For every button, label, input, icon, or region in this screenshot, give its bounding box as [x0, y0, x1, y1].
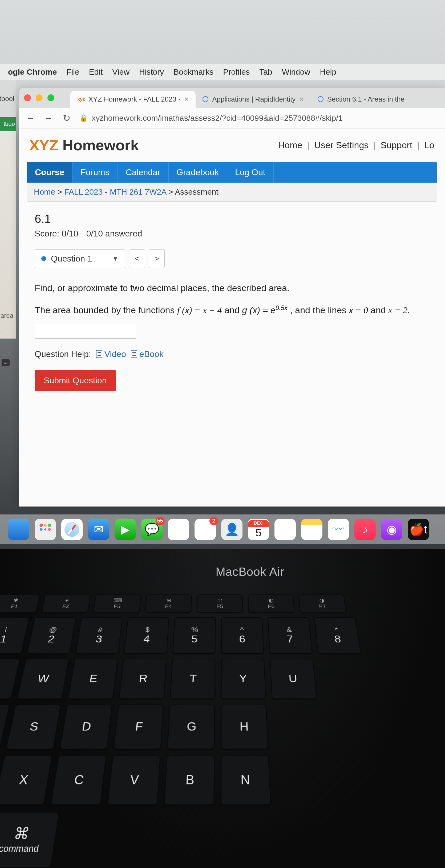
- dock-reminders-icon[interactable]: ☰: [275, 519, 296, 540]
- reload-button[interactable]: ↻: [61, 113, 72, 123]
- key-fn[interactable]: ◑F7: [298, 594, 346, 613]
- address-bar[interactable]: 🔒 xyzhomework.com/imathas/assess2/?cid=4…: [80, 114, 439, 123]
- key-8[interactable]: *8: [314, 617, 361, 654]
- browser-tab[interactable]: Applications | RapidIdentity ×: [196, 91, 311, 108]
- key-3[interactable]: #3: [75, 617, 123, 654]
- key-d[interactable]: D: [60, 705, 113, 749]
- next-question-button[interactable]: >: [149, 249, 165, 268]
- key-f[interactable]: F: [114, 705, 164, 749]
- forward-button[interactable]: →: [43, 113, 54, 123]
- menubar-item[interactable]: Edit: [89, 67, 103, 76]
- window-zoom-button[interactable]: [47, 94, 54, 101]
- key-1[interactable]: !1: [0, 617, 30, 654]
- tab-close-icon[interactable]: ×: [184, 95, 189, 103]
- key-fn[interactable]: ☀F2: [41, 594, 91, 613]
- badge: 55: [156, 517, 165, 525]
- question-select[interactable]: Question 1 ▼: [35, 249, 125, 268]
- dock-safari-icon[interactable]: [61, 519, 83, 540]
- key-fn[interactable]: ⊞F4: [145, 594, 192, 613]
- breadcrumb-home[interactable]: Home: [34, 187, 55, 196]
- nav-gradebook[interactable]: Gradebook: [169, 162, 227, 183]
- key-y[interactable]: Y: [221, 659, 266, 699]
- background-window-fragment: ktbool: [0, 80, 16, 117]
- dock-finder-icon[interactable]: [8, 519, 29, 540]
- nav-logout[interactable]: Log Out: [227, 162, 274, 183]
- nav-forums[interactable]: Forums: [72, 162, 118, 183]
- key-s[interactable]: S: [6, 705, 61, 749]
- dock-messages-icon[interactable]: 💬55: [141, 519, 163, 540]
- key-w[interactable]: W: [17, 659, 69, 699]
- menubar-app-name: ogle Chrome: [8, 67, 57, 76]
- menubar-item[interactable]: Window: [282, 67, 311, 76]
- key-x[interactable]: X: [0, 755, 52, 805]
- calendar-day: 5: [256, 527, 261, 539]
- keyboard: ✱F1 ☀F2 ⌨F3 ⊞F4 :::F5 ◐F6 ◑F7 !1 @2 #3 $…: [0, 594, 445, 868]
- submit-button[interactable]: Submit Question: [35, 370, 116, 391]
- browser-toolbar: ← → ↻ 🔒 xyzhomework.com/imathas/assess2/…: [19, 108, 445, 128]
- window-minimize-button[interactable]: [36, 94, 43, 101]
- menubar-item[interactable]: View: [112, 67, 129, 76]
- dock-facetime-icon[interactable]: ▶: [115, 519, 136, 540]
- dock-maps-icon[interactable]: ➤: [168, 519, 189, 540]
- key-4[interactable]: $4: [124, 617, 169, 654]
- dock-contacts-icon[interactable]: 👤: [221, 519, 243, 540]
- menubar-item[interactable]: Tab: [259, 67, 272, 76]
- menubar-item[interactable]: History: [139, 67, 164, 76]
- key-t[interactable]: T: [170, 659, 215, 699]
- site-logo[interactable]: XYZ Homework: [29, 136, 139, 154]
- browser-tab[interactable]: Section 6.1 - Areas in the: [311, 91, 412, 108]
- key-v[interactable]: V: [107, 755, 160, 805]
- dock-music-icon[interactable]: ♪: [354, 519, 376, 540]
- dock-photos-icon[interactable]: ✿2: [194, 519, 216, 540]
- breadcrumb-course[interactable]: FALL 2023 - MTH 261 7W2A: [64, 187, 166, 196]
- key-c[interactable]: C: [51, 755, 106, 805]
- menubar-item[interactable]: Help: [320, 67, 336, 76]
- dock-freeform-icon[interactable]: 〰: [328, 519, 349, 540]
- key-u[interactable]: U: [270, 659, 317, 699]
- help-ebook-link[interactable]: eBook: [131, 349, 164, 359]
- help-video-link[interactable]: Video: [96, 349, 126, 359]
- key-fn[interactable]: ⌨F3: [93, 594, 141, 613]
- prev-question-button[interactable]: <: [129, 249, 145, 268]
- key-5[interactable]: %5: [173, 617, 216, 654]
- key-g[interactable]: G: [167, 705, 215, 749]
- top-link-home[interactable]: Home: [278, 140, 303, 150]
- math-f: f (x) = x + 4: [177, 305, 222, 315]
- dock-tv-icon[interactable]: 🍎t: [408, 519, 429, 540]
- dock-calendar-icon[interactable]: DEC 5: [248, 519, 269, 540]
- key-b[interactable]: B: [164, 755, 215, 805]
- top-link-support[interactable]: Support: [381, 140, 412, 150]
- key-e[interactable]: E: [68, 659, 118, 699]
- answer-input[interactable]: [35, 323, 136, 339]
- assessment-title: 6.1: [35, 212, 429, 225]
- nav-calendar[interactable]: Calendar: [118, 162, 169, 183]
- dock-mail-icon[interactable]: ✉: [88, 519, 109, 540]
- dock-podcasts-icon[interactable]: ◉: [381, 519, 402, 540]
- top-links: Home| User Settings| Support| Lo: [278, 140, 434, 150]
- key-r[interactable]: R: [119, 659, 166, 699]
- key-command[interactable]: ⌘command: [0, 812, 59, 868]
- url-text: xyzhomework.com/imathas/assess2/?cid=400…: [92, 114, 343, 123]
- key-n[interactable]: N: [221, 755, 271, 805]
- window-close-button[interactable]: [24, 94, 31, 101]
- key-7[interactable]: &7: [268, 617, 313, 654]
- key-fn[interactable]: :::F5: [197, 594, 243, 613]
- key-fn[interactable]: ✱F1: [0, 594, 40, 613]
- key-q[interactable]: Q: [0, 659, 20, 699]
- dock-notes-icon[interactable]: [301, 519, 322, 540]
- key-2[interactable]: @2: [27, 617, 76, 654]
- back-button[interactable]: ←: [25, 113, 36, 123]
- browser-tab[interactable]: xyz XYZ Homework - FALL 2023 - ×: [70, 91, 196, 108]
- dock-launchpad-icon[interactable]: [35, 519, 56, 540]
- tab-close-icon[interactable]: ×: [299, 95, 304, 103]
- key-fn[interactable]: ◐F6: [248, 594, 295, 613]
- menubar-item[interactable]: Profiles: [223, 67, 250, 76]
- menubar-item[interactable]: Bookmarks: [173, 67, 214, 76]
- nav-course[interactable]: Course: [27, 162, 72, 183]
- top-link-settings[interactable]: User Settings: [314, 140, 369, 150]
- key-h[interactable]: H: [221, 705, 268, 749]
- top-link-logout[interactable]: Lo: [424, 140, 434, 150]
- menubar-item[interactable]: File: [66, 67, 79, 76]
- key-6[interactable]: ^6: [221, 617, 264, 654]
- cc-badge: cc: [2, 359, 9, 366]
